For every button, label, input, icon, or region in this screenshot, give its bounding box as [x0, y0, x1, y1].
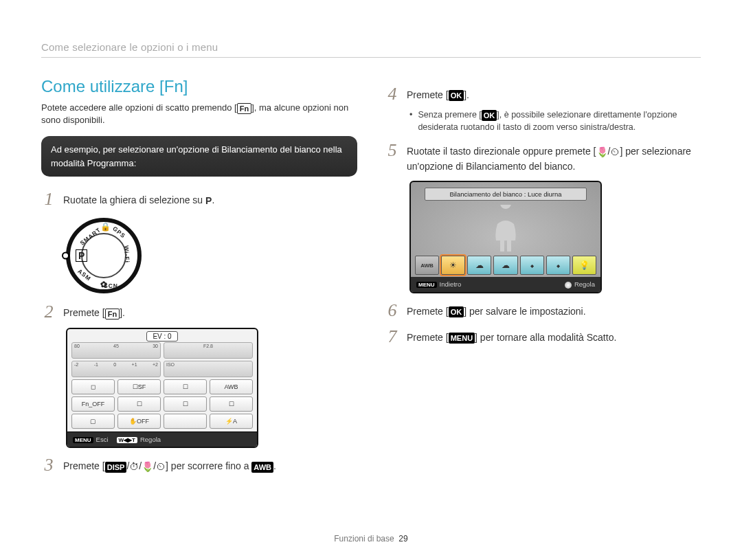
step-number: 4 — [385, 85, 400, 103]
grid-cell: Fn_OFF — [71, 396, 115, 412]
fn-icon: Fn — [105, 309, 120, 320]
menu-icon: MENU — [416, 282, 437, 288]
step-body: Premete [OK]. — [407, 85, 701, 102]
slider-iso: ISO — [164, 361, 253, 377]
grid-cell-awb: AWB — [210, 379, 253, 394]
step-body: Premete [MENU] per tornare alla modalità… — [407, 328, 701, 345]
mode-dial-indicator-icon — [62, 252, 69, 260]
step-4-note: • Senza premere [OK], è possibile selezi… — [409, 109, 701, 133]
bar-right: W◀▶TRegola — [117, 436, 161, 443]
bullet-icon: • — [409, 109, 412, 133]
macro-icon: 🌷 — [142, 460, 153, 474]
selftimer-icon: ⏲ — [156, 460, 166, 474]
step-1: 1 Ruotate la ghiera di selezione su P. — [41, 190, 357, 208]
wb-opt-tungsten: 💡 — [572, 256, 596, 275]
grid-cell: ⚡A — [210, 414, 253, 429]
grid-cell — [164, 414, 207, 429]
grid-cell: ◻ — [71, 379, 115, 394]
bar-right: Regola — [565, 280, 595, 288]
camera-quickmenu-illustration: EV : 0 80 45 30 F2.8 — [66, 328, 258, 448]
footer-section-label: Funzioni di base — [334, 534, 394, 544]
grid-cell: ☐ — [117, 396, 161, 412]
mode-p-icon: P — [76, 249, 87, 262]
page-footer: Funzioni di base 29 — [0, 534, 742, 544]
wb-title: Bilanciamento del bianco : Luce diurna — [425, 188, 587, 201]
grid-cell: ✋OFF — [117, 414, 161, 429]
macro-icon: 🌷 — [596, 145, 608, 159]
wb-options-row: AWB ☀ ☁ ☁ ⬥ ⬥ 💡 — [411, 256, 600, 277]
step-6: 6 Premete [OK] per salvare le impostazio… — [385, 302, 701, 320]
step-number: 3 — [41, 456, 56, 474]
slider-right-1: F2.8 — [164, 342, 253, 359]
mode-dial-illustration: P SMART GPS Wi-Fi ASM SCN 🔒 ✿ — [66, 218, 357, 293]
ok-icon: OK — [449, 90, 464, 101]
ok-icon: OK — [482, 110, 497, 121]
grid-cell: ☐ — [164, 379, 207, 394]
grid-cell: ☐SF — [117, 379, 161, 394]
step-number: 5 — [385, 142, 400, 159]
intro-paragraph: Potete accedere alle opzioni di scatto p… — [41, 102, 357, 126]
ev-label: EV : 0 — [146, 331, 177, 341]
step-body: Premete [OK] per salvare le impostazioni… — [407, 302, 701, 319]
menu-icon: MENU — [73, 437, 93, 443]
menu-icon: MENU — [449, 333, 475, 344]
step-number: 7 — [385, 328, 400, 346]
p-mode-icon: P — [205, 194, 212, 208]
timer-icon: ⏱ — [129, 460, 139, 474]
awb-icon: AWB — [251, 462, 273, 473]
slider-left: 80 45 30 — [71, 342, 161, 359]
wb-opt-shade: ☁ — [493, 256, 517, 275]
silhouette-area — [411, 201, 600, 256]
wb-opt-fluor2: ⬥ — [546, 256, 570, 275]
left-column: Come utilizzare [Fn] Potete accedere all… — [41, 77, 357, 480]
grid-row-1: ◻ ☐SF ☐ AWB — [67, 377, 257, 394]
step-5: 5 Ruotate il tasto direzionale oppure pr… — [385, 142, 701, 174]
selftimer-icon: ⏲ — [610, 145, 620, 159]
section-header: Come selezionare le opzioni o i menu — [41, 41, 701, 58]
step-body: Ruotate la ghiera di selezione su P. — [63, 190, 357, 208]
bar-left: MENUEsci — [73, 436, 109, 443]
wb-screen-illustration: Bilanciamento del bianco : Luce diurna A… — [409, 181, 602, 293]
right-column: 4 Premete [OK]. • Senza premere [OK], è … — [385, 77, 701, 480]
step-4: 4 Premete [OK]. — [385, 85, 701, 103]
example-callout: Ad esempio, per selezionare un'opzione d… — [41, 136, 357, 177]
slider-ev: -2 -1 0 +1 +2 — [71, 361, 161, 377]
wt-icon: W◀▶T — [117, 437, 137, 443]
wb-opt-fluor1: ⬥ — [520, 256, 544, 275]
mode-wifi-label: Wi-Fi — [123, 245, 131, 263]
step-number: 1 — [41, 190, 56, 208]
step-2: 2 Premete [Fn]. — [41, 303, 357, 321]
grid-cell: ☐ — [164, 396, 207, 412]
page-number: 29 — [398, 534, 407, 544]
wb-opt-cloudy: ☁ — [467, 256, 491, 275]
step-number: 6 — [385, 302, 400, 320]
manual-page: Come selezionare le opzioni o i menu Com… — [0, 0, 742, 507]
bar-left: MENUIndietro — [416, 280, 461, 288]
step-7: 7 Premete [MENU] per tornare alla modali… — [385, 328, 701, 346]
grid-cell: ☐ — [210, 396, 253, 412]
intro-text-a: Potete accedere alle opzioni di scatto p… — [41, 102, 237, 113]
wb-opt-daylight: ☀ — [441, 256, 465, 275]
step-body: Ruotate il tasto direzionale oppure prem… — [407, 142, 701, 174]
step-body: Premete [Fn]. — [63, 303, 357, 320]
page-title: Come utilizzare [Fn] — [41, 77, 357, 96]
dial-icon — [565, 282, 572, 289]
mode-flower-icon: ✿ — [100, 280, 107, 289]
step-3: 3 Premete [DISP/⏱/🌷/⏲] per scorrere fino… — [41, 456, 357, 474]
grid-row-3: ▢ ✋OFF ⚡A — [67, 412, 257, 429]
person-silhouette-icon — [485, 205, 526, 254]
step-body: Premete [DISP/⏱/🌷/⏲] per scorrere fino a… — [63, 456, 357, 474]
mode-lock-icon: 🔒 — [100, 222, 111, 232]
grid-cell: ▢ — [71, 414, 115, 429]
grid-row-2: Fn_OFF ☐ ☐ ☐ — [67, 394, 257, 412]
ok-icon: OK — [449, 306, 464, 317]
fn-icon: Fn — [237, 103, 251, 114]
two-column-layout: Come utilizzare [Fn] Potete accedere all… — [41, 77, 701, 480]
wb-opt-awb: AWB — [415, 256, 439, 275]
disp-icon: DISP — [105, 462, 127, 473]
step-number: 2 — [41, 303, 56, 321]
